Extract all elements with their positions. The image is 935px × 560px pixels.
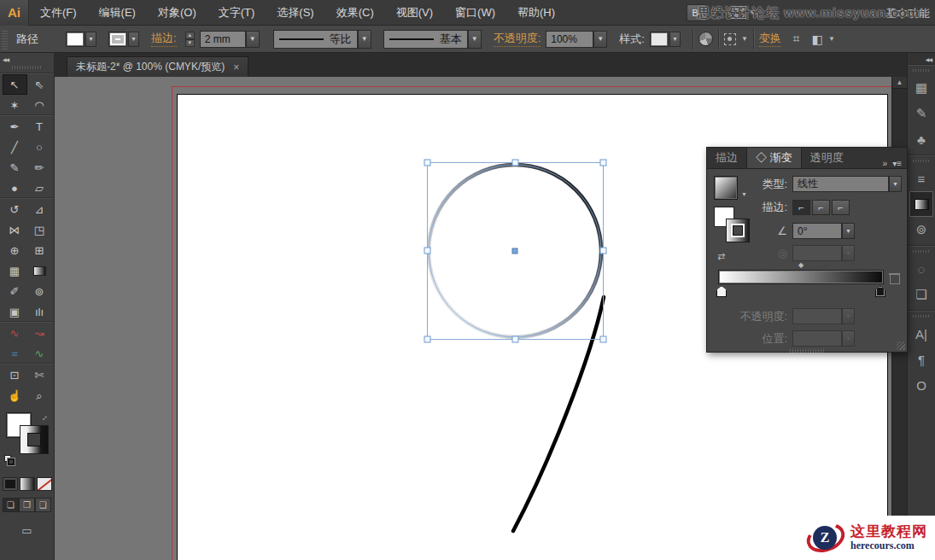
gradient-panel-icon[interactable]: ▮ xyxy=(909,191,933,217)
menu-object[interactable]: 对象(O) xyxy=(147,0,207,26)
eyedropper-tool[interactable]: ✐ xyxy=(3,281,27,301)
stroke-dropdown[interactable]: ▼ xyxy=(128,32,139,47)
blend-tool[interactable]: ⊚ xyxy=(27,281,52,301)
menu-select[interactable]: 选择(S) xyxy=(266,0,324,26)
blob-brush-tool[interactable]: ● xyxy=(3,178,27,198)
layers-panel-icon[interactable]: ❏ xyxy=(908,282,935,307)
selection-tool[interactable]: ↖ xyxy=(3,74,27,95)
panel-stroke-proxy[interactable] xyxy=(726,219,750,242)
panel-tab-transparency[interactable]: 透明度 xyxy=(802,147,852,168)
scale-tool[interactable]: ⊿ xyxy=(27,199,52,219)
style-dropdown[interactable]: ▼ xyxy=(669,32,681,47)
brushes-panel-icon[interactable]: ✎ xyxy=(908,101,935,126)
stroke-color-control[interactable]: ▼ xyxy=(108,32,139,47)
hand-tool[interactable]: ☝ xyxy=(3,385,27,405)
dock-grip[interactable] xyxy=(913,158,930,164)
fill-swatch[interactable] xyxy=(66,32,85,47)
panel-tab-gradient[interactable]: ◇ 渐变 xyxy=(746,147,802,168)
isolate-object-button[interactable]: ⌗ xyxy=(793,32,800,46)
style-swatch[interactable] xyxy=(650,32,669,47)
stroke-weight-dropdown[interactable]: ▼ xyxy=(246,31,260,48)
draw-behind-button[interactable]: ❐ xyxy=(19,498,35,512)
sketch-plugin-tool-3[interactable]: ≈ xyxy=(3,343,27,364)
pencil-tool[interactable]: ✏ xyxy=(27,157,52,178)
width-profile-dropdown[interactable]: ▼ xyxy=(358,30,371,49)
dock-grip[interactable] xyxy=(913,313,930,319)
column-graph-tool[interactable]: ılı xyxy=(27,301,52,322)
menu-edit[interactable]: 编辑(E) xyxy=(88,0,147,26)
apply-color-button[interactable] xyxy=(3,477,18,491)
screen-mode-button[interactable]: ▭ xyxy=(16,522,38,538)
character-panel-icon[interactable]: A| xyxy=(908,321,935,347)
eraser-tool[interactable]: ▱ xyxy=(27,178,52,198)
opacity-field[interactable]: 100% xyxy=(546,31,593,48)
panel-menu-icon[interactable]: ▾≡ xyxy=(892,159,902,168)
panel-bottom-grip[interactable] xyxy=(790,349,824,353)
selection-bounding-box[interactable] xyxy=(424,160,606,342)
stroke-panel-link[interactable]: 描边: xyxy=(151,31,177,47)
width-profile-select[interactable]: 等比 xyxy=(273,30,358,49)
pen-tool[interactable]: ✒ xyxy=(3,116,27,137)
opentype-panel-icon[interactable]: O xyxy=(908,372,935,398)
tools-panel-header[interactable]: ◀◀ xyxy=(0,53,54,63)
rotate-tool[interactable]: ↺ xyxy=(3,199,27,219)
opacity-dropdown[interactable]: ▼ xyxy=(593,31,607,48)
tab-close-icon[interactable]: × xyxy=(233,61,239,73)
sketch-plugin-tool-4[interactable]: ∿ xyxy=(27,343,52,364)
gradient-type-select[interactable]: 线性 ▼ xyxy=(792,176,902,192)
menu-file[interactable]: 文件(F) xyxy=(29,0,88,26)
paragraph-panel-icon[interactable]: ¶ xyxy=(908,347,935,372)
width-tool[interactable]: ⋈ xyxy=(3,219,27,240)
gradient-stop-white[interactable] xyxy=(716,286,727,297)
gradient-stop-black[interactable] xyxy=(875,286,885,297)
paintbrush-tool[interactable]: ✎ xyxy=(3,157,27,178)
type-tool[interactable]: T xyxy=(27,116,52,137)
menu-help[interactable]: 帮助(H) xyxy=(506,0,566,26)
fill-color-control[interactable]: ▼ xyxy=(66,32,96,47)
angle-select[interactable]: 0° ▼ xyxy=(792,223,855,239)
fill-dropdown[interactable]: ▼ xyxy=(85,32,96,47)
brush-definition-dropdown[interactable]: ▼ xyxy=(468,30,482,49)
panel-tab-stroke[interactable]: 描边 xyxy=(707,147,746,168)
angle-dropdown[interactable]: ▼ xyxy=(842,223,855,239)
draw-inside-button[interactable]: ❑ xyxy=(35,498,51,512)
gradient-slider[interactable]: ◆ xyxy=(718,270,884,284)
slice-tool[interactable]: ✄ xyxy=(27,365,52,385)
apply-none-button[interactable] xyxy=(37,477,52,491)
recolor-artwork-icon[interactable] xyxy=(698,32,713,46)
stepper-down-icon[interactable]: ▼ xyxy=(185,39,195,47)
sketch-plugin-tool-2[interactable]: ↝ xyxy=(27,323,52,343)
gradient-thumbnail-dropdown[interactable]: ▼ xyxy=(741,191,747,197)
line-segment-tool[interactable]: ╱ xyxy=(3,137,27,157)
shape-builder-tool[interactable]: ⊕ xyxy=(3,240,27,260)
select-similar-button[interactable]: ▼ xyxy=(724,33,748,45)
ellipse-tool[interactable]: ○ xyxy=(27,137,52,157)
sketch-plugin-tool-1[interactable]: ∿ xyxy=(3,323,27,343)
menu-type[interactable]: 文字(T) xyxy=(207,0,266,26)
brush-definition-select[interactable]: 基本 xyxy=(383,30,468,49)
symbols-panel-icon[interactable]: ♣ xyxy=(908,126,935,152)
stroke-swatch[interactable] xyxy=(108,32,127,47)
gradient-along-stroke-button[interactable]: ⌐ xyxy=(812,200,830,215)
color-panel-icon[interactable]: ▦ xyxy=(908,75,935,101)
panel-resize-grip[interactable] xyxy=(897,341,905,350)
transform-panel-link[interactable]: 变换 xyxy=(759,31,781,47)
gradient-within-stroke-button[interactable]: ⌐ xyxy=(792,200,810,215)
stroke-proxy-swatch[interactable] xyxy=(20,425,49,454)
dock-header[interactable]: ◀◀ xyxy=(908,53,935,65)
lasso-tool[interactable]: ◠ xyxy=(27,95,52,115)
swap-fill-stroke-icon[interactable]: ↔ xyxy=(38,411,50,423)
gradient-tool[interactable]: ▮ xyxy=(27,260,52,281)
free-transform-tool[interactable]: ◳ xyxy=(27,219,52,240)
opacity-panel-link[interactable]: 不透明度: xyxy=(494,31,541,47)
style-control[interactable]: ▼ xyxy=(650,32,681,47)
black-line-object[interactable] xyxy=(513,297,604,531)
dock-grip[interactable] xyxy=(913,248,930,254)
reverse-gradient-icon[interactable]: ⇄ xyxy=(717,251,723,262)
collapse-toolbar-icon[interactable]: ◀◀ xyxy=(3,56,9,62)
menu-view[interactable]: 视图(V) xyxy=(385,0,444,26)
panel-expand-icon[interactable]: » xyxy=(883,159,888,168)
control-bar-grip[interactable] xyxy=(2,29,8,50)
default-fill-stroke-icon[interactable] xyxy=(4,455,15,465)
magic-wand-tool[interactable]: ✶ xyxy=(3,95,27,115)
